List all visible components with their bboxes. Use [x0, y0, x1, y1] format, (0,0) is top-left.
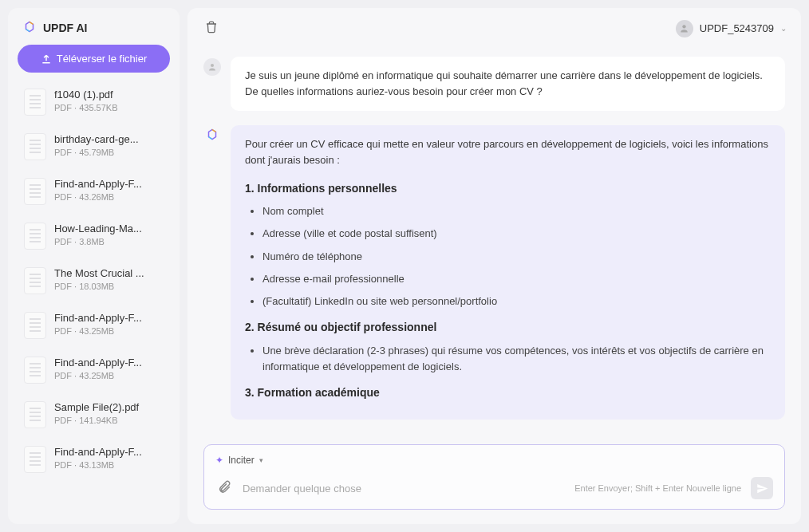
chat-area[interactable]: Je suis un jeune diplômé en informatique…	[187, 49, 801, 433]
file-item[interactable]: Find-and-Apply-F... PDF · 43.13MB	[18, 439, 170, 479]
input-hint: Enter Envoyer; Shift + Enter Nouvelle li…	[574, 483, 741, 493]
message-input[interactable]	[243, 483, 565, 495]
sparkle-icon: ✦	[215, 455, 223, 466]
file-item[interactable]: How-Leading-Ma... PDF · 3.8MB	[18, 216, 170, 256]
input-box: ✦ Inciter ▾ Enter Envoyer; Shift + Enter…	[203, 444, 785, 510]
file-item[interactable]: Sample File(2).pdf PDF · 141.94KB	[18, 395, 170, 435]
svg-point-1	[211, 64, 214, 67]
chevron-down-icon: ⌄	[780, 24, 787, 33]
ai-list-item: Numéro de téléphone	[262, 249, 771, 265]
file-item[interactable]: Find-and-Apply-F... PDF · 43.25MB	[18, 305, 170, 345]
file-icon	[24, 133, 46, 160]
sidebar-header: UPDF AI	[18, 18, 170, 45]
file-meta: PDF · 3.8MB	[54, 237, 164, 246]
username: UPDF_5243709	[700, 22, 774, 34]
file-name: Find-and-Apply-F...	[54, 446, 164, 458]
ai-list-1: Nom completAdresse (ville et code postal…	[245, 203, 771, 309]
file-info: The Most Crucial ... PDF · 18.03MB	[54, 267, 164, 294]
ai-list-item: Nom complet	[262, 203, 771, 219]
file-meta: PDF · 141.94KB	[54, 416, 164, 425]
file-icon	[24, 89, 46, 116]
ai-list-item: Adresse e-mail professionnelle	[262, 271, 771, 287]
file-info: How-Leading-Ma... PDF · 3.8MB	[54, 223, 164, 250]
user-avatar-icon	[676, 20, 693, 37]
file-list[interactable]: f1040 (1).pdf PDF · 435.57KB birthday-ca…	[18, 82, 170, 514]
ai-message-bubble: Pour créer un CV efficace qui mette en v…	[231, 125, 785, 419]
file-icon	[24, 357, 46, 384]
paperclip-icon	[217, 480, 231, 495]
file-item[interactable]: Find-and-Apply-F... PDF · 43.26MB	[18, 171, 170, 211]
file-item[interactable]: birthday-card-ge... PDF · 45.79MB	[18, 127, 170, 167]
file-icon	[24, 267, 46, 294]
file-info: Find-and-Apply-F... PDF · 43.13MB	[54, 446, 164, 473]
delete-button[interactable]	[202, 18, 221, 39]
sidebar: UPDF AI Téléverser le fichier f1040 (1).…	[8, 8, 180, 524]
ai-heading-2: 2. Résumé ou objectif professionnel	[245, 319, 771, 337]
upload-file-button[interactable]: Téléverser le fichier	[18, 45, 170, 73]
topbar: UPDF_5243709 ⌄	[187, 8, 801, 49]
input-row: Enter Envoyer; Shift + Enter Nouvelle li…	[215, 477, 773, 499]
file-info: Sample File(2).pdf PDF · 141.94KB	[54, 401, 164, 428]
upload-label: Téléverser le fichier	[57, 53, 147, 65]
send-button[interactable]	[751, 477, 773, 499]
file-meta: PDF · 43.25MB	[54, 371, 164, 380]
file-info: Find-and-Apply-F... PDF · 43.26MB	[54, 178, 164, 205]
file-item[interactable]: Find-and-Apply-F... PDF · 43.25MB	[18, 350, 170, 390]
ai-list-2: Une brève déclaration (2-3 phrases) qui …	[245, 343, 771, 375]
ai-heading-1: 1. Informations personnelles	[245, 180, 771, 198]
file-name: birthday-card-ge...	[54, 133, 164, 145]
file-meta: PDF · 435.57KB	[54, 103, 164, 112]
input-area: ✦ Inciter ▾ Enter Envoyer; Shift + Enter…	[187, 433, 801, 524]
user-avatar-icon	[203, 58, 221, 76]
file-name: f1040 (1).pdf	[54, 89, 164, 100]
ai-list-item: Adresse (ville et code postal suffisent)	[262, 226, 771, 242]
file-info: f1040 (1).pdf PDF · 435.57KB	[54, 89, 164, 116]
file-icon	[24, 223, 46, 250]
file-meta: PDF · 18.03MB	[54, 282, 164, 291]
send-icon	[756, 483, 768, 495]
file-name: Find-and-Apply-F...	[54, 312, 164, 324]
file-icon	[24, 178, 46, 205]
file-item[interactable]: f1040 (1).pdf PDF · 435.57KB	[18, 82, 170, 122]
ai-list-item: Une brève déclaration (2-3 phrases) qui …	[262, 343, 771, 375]
user-message-bubble: Je suis un jeune diplômé en informatique…	[231, 57, 785, 111]
file-icon	[24, 446, 46, 473]
main-panel: UPDF_5243709 ⌄ Je suis un jeune diplômé …	[187, 8, 801, 524]
file-name: Sample File(2).pdf	[54, 401, 164, 413]
file-icon	[24, 401, 46, 428]
file-item[interactable]: The Most Crucial ... PDF · 18.03MB	[18, 261, 170, 301]
file-name: Find-and-Apply-F...	[54, 357, 164, 368]
app-title: UPDF AI	[43, 22, 87, 34]
ai-list-item: (Facultatif) LinkedIn ou site web person…	[262, 294, 771, 309]
file-name: The Most Crucial ...	[54, 267, 164, 279]
file-meta: PDF · 43.13MB	[54, 460, 164, 470]
ai-message-row: Pour créer un CV efficace qui mette en v…	[203, 125, 785, 419]
prompt-selector[interactable]: ✦ Inciter ▾	[215, 455, 773, 466]
file-info: birthday-card-ge... PDF · 45.79MB	[54, 133, 164, 160]
user-message-row: Je suis un jeune diplômé en informatique…	[203, 57, 785, 111]
file-meta: PDF · 43.25MB	[54, 326, 164, 336]
file-meta: PDF · 45.79MB	[54, 148, 164, 157]
prompt-label: Inciter	[228, 455, 255, 466]
attach-button[interactable]	[215, 479, 233, 499]
file-info: Find-and-Apply-F... PDF · 43.25MB	[54, 312, 164, 339]
file-info: Find-and-Apply-F... PDF · 43.25MB	[54, 357, 164, 384]
svg-point-0	[683, 25, 686, 28]
caret-down-icon: ▾	[259, 456, 263, 464]
ai-intro: Pour créer un CV efficace qui mette en v…	[245, 136, 771, 168]
file-name: Find-and-Apply-F...	[54, 178, 164, 190]
file-name: How-Leading-Ma...	[54, 223, 164, 234]
trash-icon	[205, 21, 218, 33]
upload-icon	[41, 53, 52, 65]
user-menu[interactable]: UPDF_5243709 ⌄	[676, 20, 787, 37]
ai-avatar-icon	[203, 127, 221, 144]
file-icon	[24, 312, 46, 339]
ai-heading-3: 3. Formation académique	[245, 384, 771, 402]
app-logo-icon	[22, 21, 37, 35]
file-meta: PDF · 43.26MB	[54, 192, 164, 202]
